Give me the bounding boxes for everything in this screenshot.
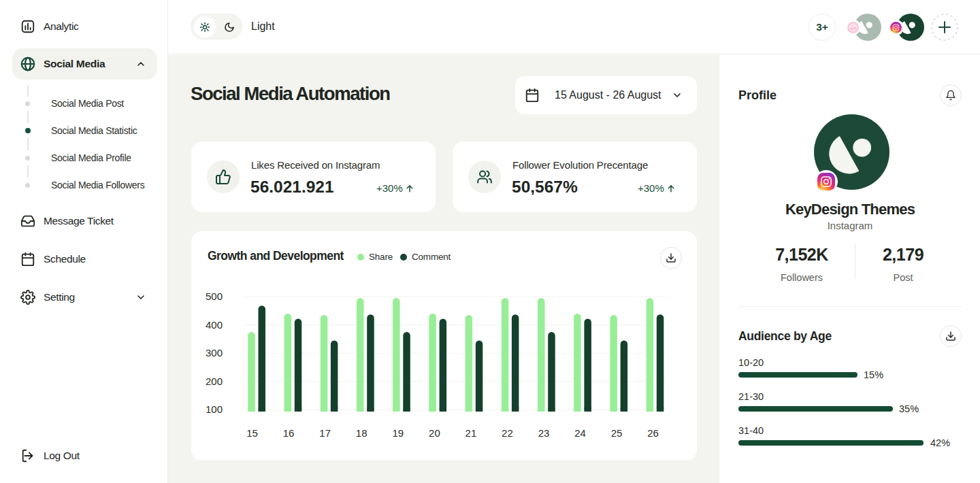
svg-text:25: 25 (611, 427, 623, 439)
svg-text:19: 19 (392, 427, 404, 439)
svg-text:18: 18 (356, 427, 368, 439)
svg-text:15: 15 (246, 427, 258, 439)
svg-text:17: 17 (319, 427, 331, 439)
svg-text:400: 400 (206, 319, 223, 331)
svg-text:100: 100 (206, 403, 223, 415)
svg-text:20: 20 (429, 427, 440, 439)
svg-text:23: 23 (538, 427, 550, 439)
svg-text:200: 200 (206, 376, 223, 387)
svg-text:26: 26 (647, 427, 659, 439)
svg-text:21: 21 (466, 427, 477, 439)
svg-text:300: 300 (206, 347, 223, 359)
svg-text:22: 22 (502, 427, 513, 439)
svg-text:16: 16 (283, 427, 295, 439)
svg-text:500: 500 (206, 290, 223, 302)
svg-text:24: 24 (574, 427, 586, 439)
